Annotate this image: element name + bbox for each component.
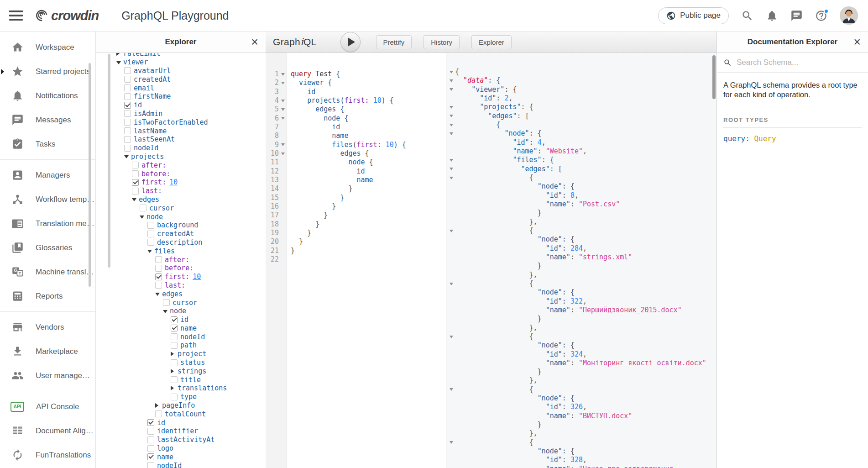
tree-row-isadmin[interactable]: isAdmin <box>116 110 266 118</box>
checkbox[interactable] <box>147 436 154 443</box>
expand-arrow-icon[interactable] <box>171 352 174 356</box>
checkbox-checked[interactable] <box>171 325 178 331</box>
user-avatar[interactable] <box>840 6 858 25</box>
tree-row-last[interactable]: last: <box>116 281 266 290</box>
expand-arrow-icon[interactable] <box>155 403 158 408</box>
fold-arrow-icon[interactable] <box>448 85 455 94</box>
tree-row-last[interactable]: last: <box>116 187 266 195</box>
sidebar-item-api-console[interactable]: APIAPI Console <box>0 394 95 419</box>
checkbox[interactable] <box>147 462 154 468</box>
checkbox[interactable] <box>124 93 131 100</box>
checkbox[interactable] <box>132 188 139 195</box>
explorer-scrollbar[interactable] <box>108 54 110 268</box>
schema-search-field[interactable]: Search Schema... <box>717 53 868 73</box>
sidebar-item-document-aligner[interactable]: Document Aligner <box>0 419 95 443</box>
tree-row-title[interactable]: title <box>116 375 266 384</box>
sidebar-item-vendors[interactable]: Vendors <box>0 315 95 339</box>
tree-row-status[interactable]: status <box>116 358 266 367</box>
search-icon[interactable] <box>741 10 753 22</box>
checkbox[interactable] <box>171 333 178 340</box>
checkbox[interactable] <box>124 110 131 117</box>
tree-row-type[interactable]: type <box>116 393 266 401</box>
messages-chat-icon[interactable] <box>790 10 803 22</box>
tree-row-projects[interactable]: projects <box>116 152 266 161</box>
checkbox[interactable] <box>132 162 139 168</box>
checkbox[interactable] <box>155 265 162 272</box>
tree-row-cursor[interactable]: cursor <box>116 298 266 307</box>
tree-row-email[interactable]: email <box>116 84 266 92</box>
tree-row-node[interactable]: node <box>116 307 266 316</box>
fold-arrow-icon[interactable] <box>279 149 287 158</box>
tree-row-before[interactable]: before: <box>116 264 266 273</box>
explorer-close-icon[interactable]: × <box>251 36 258 48</box>
sidebar-item-managers[interactable]: Managers <box>0 163 95 187</box>
tree-row-translations[interactable]: translations <box>116 384 266 393</box>
sidebar-item-messages[interactable]: Messages <box>0 108 95 132</box>
collapse-arrow-icon[interactable] <box>163 310 167 313</box>
collapse-arrow-icon[interactable] <box>155 293 160 296</box>
tree-row-first[interactable]: first:10 <box>116 273 266 281</box>
checkbox[interactable] <box>124 67 131 74</box>
argument-value[interactable]: 10 <box>169 178 178 186</box>
tree-row-nodeid[interactable]: nodeId <box>116 144 266 152</box>
tree-row-nodeid[interactable]: nodeId <box>116 332 266 341</box>
checkbox[interactable] <box>155 256 162 263</box>
fold-arrow-icon[interactable] <box>279 70 287 79</box>
checkbox[interactable] <box>171 376 178 383</box>
execute-query-button[interactable] <box>340 32 361 52</box>
checkbox[interactable] <box>147 428 154 435</box>
fold-arrow-icon[interactable] <box>448 385 455 394</box>
tree-row-logo[interactable]: logo <box>116 444 266 453</box>
fold-arrow-icon[interactable] <box>448 279 455 288</box>
tree-row-after[interactable]: after: <box>116 255 266 264</box>
tree-row-project[interactable]: project <box>116 350 266 358</box>
public-page-button[interactable]: Public page <box>658 7 729 24</box>
query-field-link[interactable]: query <box>723 134 745 143</box>
tree-row-nodeid[interactable]: nodeId <box>116 461 266 468</box>
prettify-button[interactable]: Prettify <box>376 35 412 49</box>
sidebar-item-starred-projects[interactable]: Starred projects <box>0 59 95 84</box>
checkbox[interactable] <box>124 76 131 83</box>
tree-row-edges[interactable]: edges <box>116 289 266 298</box>
checkbox-checked[interactable] <box>155 273 162 280</box>
tree-row-id[interactable]: id <box>116 101 266 110</box>
history-button[interactable]: History <box>424 35 460 49</box>
sidebar-item-translation-memori[interactable]: Translation memori... <box>0 211 95 236</box>
result-viewer[interactable]: { "data": { "viewer": { "id": 2, "projec… <box>446 53 716 468</box>
checkbox-checked[interactable] <box>147 453 154 460</box>
collapse-arrow-icon[interactable] <box>132 198 136 201</box>
tree-row-name[interactable]: name <box>116 324 266 333</box>
fold-arrow-icon[interactable] <box>448 129 455 138</box>
fold-arrow-icon[interactable] <box>448 332 455 341</box>
sidebar-item-tasks[interactable]: Tasks <box>0 132 95 156</box>
tree-row-path[interactable]: path <box>116 341 266 350</box>
fold-arrow-icon[interactable] <box>279 105 287 114</box>
sidebar-item-notifications[interactable]: Notifications <box>0 84 95 108</box>
tree-row-firstname[interactable]: firstName <box>116 92 266 101</box>
checkbox-checked[interactable] <box>147 419 154 426</box>
checkbox[interactable] <box>124 145 131 152</box>
fold-arrow-icon[interactable] <box>279 96 287 105</box>
tree-row-after[interactable]: after: <box>116 161 266 169</box>
argument-value[interactable]: 10 <box>193 273 201 281</box>
collapse-arrow-icon[interactable] <box>116 61 121 64</box>
hamburger-menu-icon[interactable] <box>9 11 23 21</box>
expand-arrow-icon[interactable] <box>171 369 174 373</box>
checkbox[interactable] <box>171 342 178 349</box>
tree-row-description[interactable]: description <box>116 238 266 247</box>
checkbox[interactable] <box>171 359 178 366</box>
checkbox[interactable] <box>155 410 162 417</box>
fold-arrow-icon[interactable] <box>448 76 455 85</box>
fold-arrow-icon[interactable] <box>448 68 455 76</box>
sidebar-item-machine-translation[interactable]: GTMachine translation <box>0 260 95 284</box>
tree-row-viewer[interactable]: viewer <box>116 58 266 67</box>
checkbox[interactable] <box>147 231 154 237</box>
checkbox-checked[interactable] <box>132 179 139 186</box>
tree-row-lastactivityat[interactable]: lastActivityAt <box>116 436 266 444</box>
checkbox[interactable] <box>140 205 146 211</box>
sidebar-item-workspace[interactable]: Workspace <box>0 35 95 59</box>
fold-arrow-icon[interactable] <box>279 114 287 123</box>
tree-row-avatarurl[interactable]: avatarUrl <box>116 67 266 75</box>
notifications-bell-icon[interactable] <box>766 10 778 22</box>
tree-row-istwofactorenabled[interactable]: isTwoFactorEnabled <box>116 118 266 126</box>
